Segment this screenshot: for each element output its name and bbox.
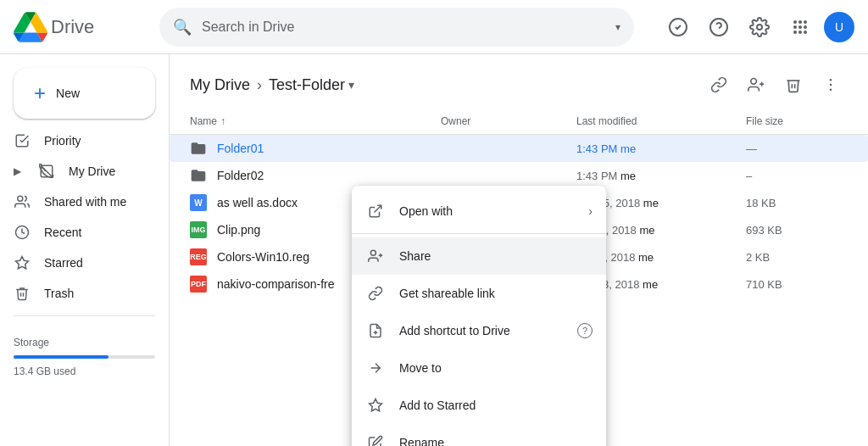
breadcrumb-current-label: Test-Folder	[269, 76, 345, 94]
priority-icon	[14, 132, 31, 149]
svg-marker-27	[370, 399, 382, 411]
modified-cell: 1:43 PM me	[576, 142, 746, 155]
size-cell: 18 KB	[746, 197, 848, 209]
sidebar-item-priority[interactable]: Priority	[0, 125, 162, 156]
sidebar-item-my-drive[interactable]: ▶ My Drive	[0, 156, 162, 187]
folder-icon	[190, 140, 207, 157]
menu-item-add-shortcut[interactable]: Add shortcut to Drive ?	[352, 312, 606, 349]
file-table-header: Name ↑ Owner Last modified File size	[170, 109, 868, 135]
content-area: My Drive › Test-Folder ▾	[170, 54, 868, 446]
open-with-icon	[365, 201, 386, 221]
sidebar-item-label-my-drive: My Drive	[69, 164, 115, 178]
menu-label-add-starred: Add to Starred	[399, 399, 593, 412]
svg-point-7	[798, 25, 802, 29]
link-button[interactable]	[702, 68, 736, 102]
more-options-button[interactable]	[814, 68, 848, 102]
sidebar-item-label-priority: Priority	[44, 134, 81, 148]
file-name: nakivo-comparison-fre	[217, 277, 335, 291]
menu-label-get-link: Get shareable link	[399, 287, 593, 300]
drive-logo-icon	[14, 10, 47, 44]
sidebar-item-recent[interactable]: Recent	[0, 217, 162, 248]
pdf-file-icon: PDF	[190, 276, 207, 293]
shared-icon	[14, 193, 31, 210]
svg-point-22	[370, 250, 376, 255]
sidebar-item-label-recent: Recent	[44, 226, 81, 239]
svg-point-2	[757, 25, 762, 30]
svg-point-20	[830, 84, 832, 86]
breadcrumb-dropdown-icon: ▾	[348, 78, 354, 92]
delete-button[interactable]	[776, 68, 810, 102]
svg-point-11	[804, 31, 807, 34]
reg-file-icon: REG	[190, 248, 207, 265]
svg-point-13	[18, 196, 23, 201]
svg-point-6	[793, 25, 797, 29]
sidebar-item-starred[interactable]: Starred	[0, 248, 162, 278]
breadcrumb-actions	[702, 68, 848, 102]
svg-marker-15	[16, 257, 29, 269]
last-modified-header: Last modified	[576, 115, 746, 127]
storage-bar	[14, 355, 155, 359]
svg-point-3	[793, 20, 797, 24]
name-header[interactable]: Name ↑	[190, 115, 441, 127]
file-name: Folder02	[217, 169, 264, 182]
app-title: Drive	[51, 16, 94, 38]
sort-icon: ↑	[220, 115, 225, 127]
help-circle-icon: ?	[577, 323, 593, 338]
svg-point-5	[804, 20, 807, 24]
sidebar-arrow-icon: ▶	[14, 165, 21, 177]
size-cell: —	[746, 142, 848, 155]
new-button[interactable]: + New	[14, 68, 155, 119]
check-circle-icon[interactable]	[661, 10, 695, 44]
menu-item-open-with[interactable]: Open with ›	[352, 192, 606, 230]
image-file-icon: IMG	[190, 221, 207, 238]
shortcut-icon	[365, 321, 386, 341]
settings-icon[interactable]	[743, 10, 776, 44]
help-icon[interactable]	[702, 10, 736, 44]
menu-item-share[interactable]: Share	[352, 237, 606, 275]
top-bar: Drive 🔍 ▾ U	[0, 0, 868, 54]
breadcrumb-parent[interactable]: My Drive	[190, 76, 250, 94]
avatar[interactable]: U	[824, 12, 854, 42]
search-icon: 🔍	[173, 18, 192, 36]
file-name-cell: Folder01	[190, 140, 441, 157]
trash-icon	[14, 285, 31, 302]
owner-header: Owner	[441, 115, 576, 127]
sidebar-item-shared[interactable]: Shared with me	[0, 187, 162, 217]
new-button-label: New	[56, 86, 80, 100]
file-row-folder01[interactable]: Folder01 1:43 PM me —	[170, 135, 868, 162]
menu-item-rename[interactable]: Rename	[352, 424, 606, 446]
main-area: + New Priority ▶ My Drive	[0, 54, 868, 446]
starred-icon	[14, 254, 31, 271]
file-name: Clip.png	[217, 223, 260, 237]
menu-item-add-starred[interactable]: Add to Starred	[352, 387, 606, 424]
breadcrumb: My Drive › Test-Folder ▾	[170, 54, 868, 109]
svg-point-8	[804, 25, 807, 29]
menu-label-open-with: Open with	[399, 204, 575, 218]
svg-point-21	[830, 89, 832, 92]
share-icon	[365, 246, 386, 266]
file-name: as well as.docx	[217, 196, 298, 209]
search-dropdown-icon[interactable]: ▾	[615, 21, 620, 33]
app-container: Drive 🔍 ▾ U	[0, 0, 868, 446]
sidebar-item-label-starred: Starred	[44, 256, 83, 270]
recent-icon	[14, 224, 31, 241]
breadcrumb-current[interactable]: Test-Folder ▾	[269, 76, 354, 94]
size-cell: –	[746, 170, 848, 182]
search-input[interactable]	[202, 20, 605, 35]
star-icon	[365, 395, 386, 415]
menu-item-move-to[interactable]: Move to	[352, 349, 606, 387]
add-person-button[interactable]	[739, 68, 773, 102]
svg-point-9	[793, 31, 797, 34]
context-menu: Open with › Share Get shareable link	[352, 186, 606, 446]
storage-used: 13.4 GB used	[14, 365, 155, 377]
search-bar[interactable]: 🔍 ▾	[159, 8, 634, 47]
menu-label-add-shortcut: Add shortcut to Drive	[399, 324, 564, 337]
apps-icon[interactable]	[783, 10, 817, 44]
size-cell: 693 KB	[746, 224, 848, 237]
sidebar-item-trash[interactable]: Trash	[0, 278, 162, 309]
svg-point-16	[751, 79, 757, 85]
plus-icon: +	[34, 81, 46, 105]
my-drive-icon	[38, 163, 55, 180]
menu-label-share: Share	[399, 249, 593, 263]
menu-item-get-link[interactable]: Get shareable link	[352, 275, 606, 312]
